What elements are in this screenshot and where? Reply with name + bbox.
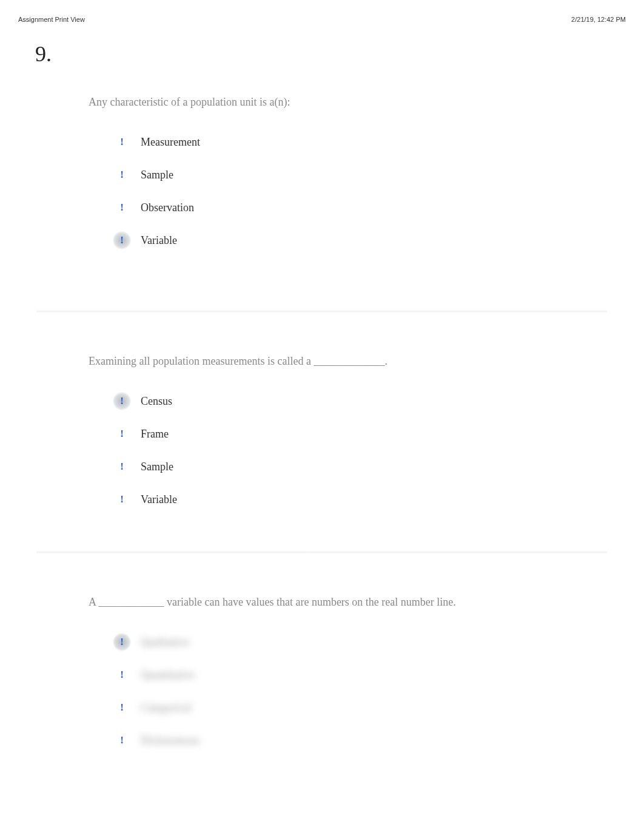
- page-header: Assignment Print View 2/21/19, 12:42 PM: [0, 0, 644, 29]
- option-row-2b: ! Frame: [113, 425, 644, 443]
- option-label: Qualitative: [141, 636, 189, 649]
- option-row-3b: ! Quantitative: [113, 666, 644, 684]
- option-label: Categorical: [141, 701, 191, 714]
- option-row-2c: ! Sample: [113, 458, 644, 476]
- option-row-2d: ! Variable: [113, 490, 644, 509]
- marker-icon-correct: !: [113, 392, 131, 410]
- options-2: ! Census ! Frame ! Sample ! Variable: [89, 392, 644, 509]
- option-row-2a: ! Census: [113, 392, 644, 410]
- option-row-1c: ! Observation: [113, 198, 644, 217]
- option-label: Frame: [141, 428, 169, 441]
- marker-icon: !: [113, 198, 131, 217]
- options-3: ! Qualitative ! Quantitative ! Categoric…: [89, 633, 644, 749]
- question-body-1: Any characteristic of a population unit …: [89, 41, 644, 264]
- option-label: Observation: [141, 201, 194, 214]
- option-label: Variable: [141, 493, 177, 506]
- marker-icon-correct: !: [113, 633, 131, 651]
- question-number: 9.: [35, 41, 89, 264]
- content: 9. Any characteristic of a population un…: [0, 29, 644, 749]
- marker-icon: !: [113, 458, 131, 476]
- question-body-3: A ____________ variable can have values …: [0, 553, 644, 749]
- option-row-1d: ! Variable: [113, 231, 644, 249]
- option-label: Quantitative: [141, 669, 195, 681]
- option-row-1a: ! Measurement: [113, 133, 644, 151]
- prompt-3: A ____________ variable can have values …: [89, 596, 644, 609]
- marker-icon-correct: !: [113, 231, 131, 249]
- option-label: Census: [141, 395, 172, 408]
- option-label: Measurement: [141, 136, 200, 149]
- prompt-2: Examining all population measurements is…: [89, 355, 644, 368]
- question-block: 9. Any characteristic of a population un…: [0, 29, 644, 268]
- option-row-3c: ! Categorical: [113, 698, 644, 717]
- marker-icon: !: [113, 166, 131, 184]
- marker-icon: !: [113, 425, 131, 443]
- header-right: 2/21/19, 12:42 PM: [571, 16, 626, 23]
- marker-icon: !: [113, 666, 131, 684]
- options-1: ! Measurement ! Sample ! Observation ! V…: [89, 133, 644, 249]
- marker-icon: !: [113, 698, 131, 717]
- marker-icon: !: [113, 490, 131, 509]
- option-row-3d: ! Dichotomous: [113, 731, 644, 749]
- question-body-2: Examining all population measurements is…: [0, 313, 644, 509]
- marker-icon: !: [113, 731, 131, 749]
- prompt-1: Any characteristic of a population unit …: [89, 96, 644, 109]
- header-left: Assignment Print View: [18, 16, 85, 23]
- option-row-1b: ! Sample: [113, 166, 644, 184]
- option-label: Sample: [141, 461, 173, 473]
- marker-icon: !: [113, 133, 131, 151]
- option-row-3a: ! Qualitative: [113, 633, 644, 651]
- option-label: Dichotomous: [141, 734, 200, 747]
- option-label: Variable: [141, 234, 177, 247]
- option-label: Sample: [141, 169, 173, 181]
